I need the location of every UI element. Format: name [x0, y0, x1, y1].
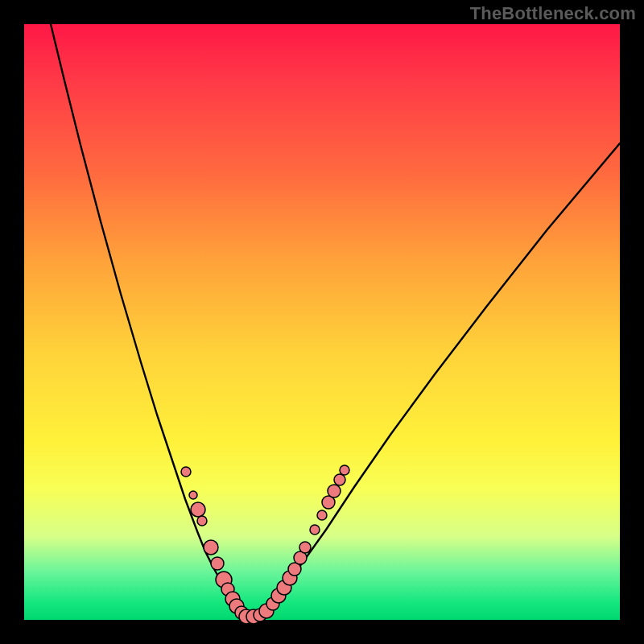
- marker-dot: [189, 491, 197, 499]
- marker-dot: [299, 542, 311, 553]
- watermark-text: TheBottleneck.com: [470, 3, 636, 24]
- curve-layer: [51, 24, 620, 617]
- marker-dot: [211, 557, 224, 570]
- marker-dot: [181, 467, 191, 477]
- marker-layer: [181, 465, 349, 624]
- chart-frame: TheBottleneck.com: [0, 0, 644, 644]
- marker-dot: [317, 510, 327, 520]
- chart-svg: [24, 24, 620, 620]
- marker-dot: [328, 485, 341, 497]
- marker-dot: [204, 540, 218, 555]
- marker-dot: [197, 516, 207, 526]
- marker-dot: [310, 525, 320, 535]
- marker-dot: [191, 502, 205, 517]
- plot-area: [24, 24, 620, 620]
- marker-dot: [334, 474, 345, 485]
- curve-left-curve: [51, 24, 248, 617]
- marker-dot: [340, 465, 349, 475]
